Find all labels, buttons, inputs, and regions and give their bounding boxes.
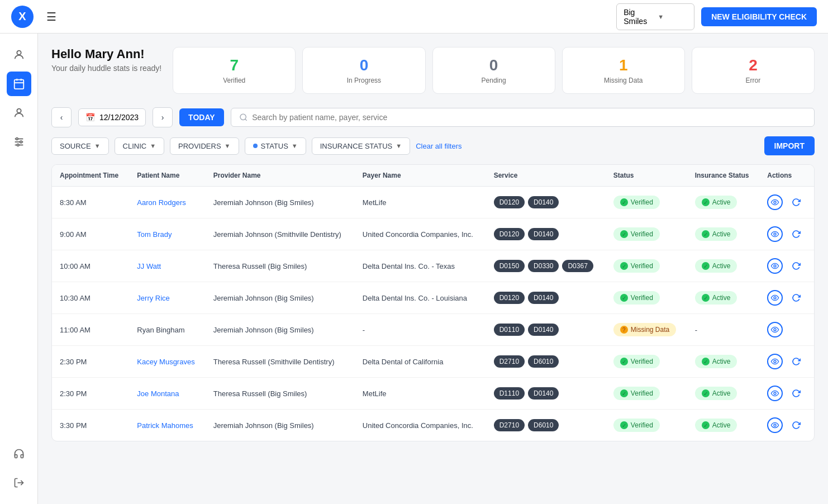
prev-date-button[interactable]: ‹: [51, 107, 72, 127]
verified-dot: ✓: [620, 358, 628, 365]
status-dot-indicator: [253, 144, 258, 148]
service-badge: D0140: [528, 387, 559, 400]
search-icon: [239, 113, 248, 122]
provider-name: Theresa Russell (Smithville Dentistry): [206, 346, 355, 378]
new-eligibility-button[interactable]: NEW ELIGIBILITY CHECK: [701, 7, 817, 26]
date-value: 12/12/2023: [99, 113, 139, 122]
view-icon[interactable]: [767, 417, 783, 433]
view-icon[interactable]: [767, 226, 783, 242]
actions: [759, 410, 814, 441]
insurance-status-badge: ✓ Active: [695, 387, 737, 400]
import-button[interactable]: IMPORT: [764, 136, 815, 155]
service-badge: D2710: [494, 355, 525, 368]
source-label: SOURCE: [60, 142, 91, 150]
patient-name[interactable]: Joe Montana: [129, 378, 205, 410]
next-date-button[interactable]: ›: [153, 107, 173, 127]
svg-point-11: [17, 144, 19, 146]
services: D0150D0330D0367: [486, 250, 606, 282]
patient-name-link[interactable]: Patrick Mahomes: [137, 421, 193, 430]
app-logo[interactable]: X: [11, 6, 34, 28]
patient-name-link[interactable]: Kacey Musgraves: [137, 358, 194, 366]
clear-filters-link[interactable]: Clear all filters: [416, 142, 461, 150]
appointment-time: 11:00 AM: [52, 314, 129, 346]
missing-dot: ?: [620, 326, 628, 334]
status-badge: ✓ Verified: [613, 227, 660, 241]
patient-name[interactable]: JJ Watt: [129, 250, 205, 282]
patient-name-link[interactable]: JJ Watt: [137, 262, 161, 270]
patient-name[interactable]: Aaron Rodgers: [129, 187, 205, 218]
patient-name[interactable]: Patrick Mahomes: [129, 410, 205, 441]
refresh-icon[interactable]: [788, 290, 804, 306]
refresh-icon[interactable]: [788, 226, 804, 242]
insurance-status: ✓ Active: [687, 410, 760, 441]
patient-name[interactable]: Jerry Rice: [129, 282, 205, 314]
payer-name: Delta Dental Ins. Co. - Texas: [355, 250, 486, 282]
view-icon[interactable]: [767, 354, 783, 369]
sidebar-item-support[interactable]: [7, 441, 31, 466]
service-badge: D0120: [494, 292, 525, 304]
provider-name: Jeremiah Johnson (Smithville Dentistry): [206, 218, 355, 250]
refresh-icon[interactable]: [788, 386, 804, 401]
hamburger-menu[interactable]: ☰: [42, 8, 60, 26]
status-badge: ✓ Verified: [613, 387, 660, 400]
view-icon[interactable]: [767, 322, 783, 337]
service-badge: D0140: [528, 196, 559, 208]
status: ✓ Verified: [606, 250, 687, 282]
svg-line-14: [245, 119, 246, 121]
calendar-icon: 📅: [85, 113, 95, 122]
actions: [759, 218, 814, 250]
verified-dot: ✓: [620, 389, 628, 397]
source-filter[interactable]: SOURCE ▼: [51, 137, 109, 155]
insurance-status-filter[interactable]: INSURANCE STATUS ▼: [312, 137, 410, 155]
insurance-status: ✓ Active: [687, 218, 760, 250]
table-row: 8:30 AMAaron RodgersJeremiah Johnson (Bi…: [52, 187, 814, 218]
refresh-icon[interactable]: [788, 258, 804, 274]
table-row: 2:30 PMKacey MusgravesTheresa Russell (S…: [52, 346, 814, 378]
actions: [759, 282, 814, 314]
sidebar-item-logout[interactable]: [7, 470, 31, 495]
refresh-icon[interactable]: [788, 417, 804, 433]
active-dot: ✓: [702, 421, 710, 429]
sidebar-item-person[interactable]: [7, 101, 31, 125]
stat-card-pending: 0 Pending: [432, 47, 555, 94]
patient-name[interactable]: Tom Brady: [129, 218, 205, 250]
table-header: Service: [486, 165, 606, 187]
stat-card-missing-data: 1 Missing Data: [562, 47, 685, 94]
patient-name-link[interactable]: Aaron Rodgers: [137, 198, 185, 207]
providers-filter[interactable]: PROVIDERS ▼: [170, 137, 239, 155]
header-row: Hello Mary Ann! Your daily huddle stats …: [51, 47, 815, 94]
sidebar-item-user[interactable]: [7, 42, 31, 67]
svg-point-5: [17, 109, 21, 113]
status-filter[interactable]: STATUS ▼: [245, 137, 306, 155]
view-icon[interactable]: [767, 290, 783, 306]
svg-point-21: [774, 392, 776, 394]
active-dot: ✓: [702, 262, 710, 270]
status-badge: ✓ Verified: [613, 291, 660, 305]
sidebar-item-calendar[interactable]: [7, 72, 31, 96]
filters-row: SOURCE ▼ CLINIC ▼ PROVIDERS ▼ STATUS ▼ I…: [51, 136, 815, 155]
date-picker[interactable]: 📅 12/12/2023: [78, 108, 146, 126]
status-chevron: ▼: [292, 142, 298, 149]
refresh-icon[interactable]: [788, 194, 804, 210]
actions: [759, 378, 814, 410]
today-button[interactable]: TODAY: [179, 108, 223, 126]
provider-name: Jeremiah Johnson (Big Smiles): [206, 314, 355, 346]
patient-name-link[interactable]: Jerry Rice: [137, 294, 170, 302]
table: Appointment TimePatient NameProvider Nam…: [52, 165, 814, 441]
sidebar-item-settings[interactable]: [7, 130, 31, 154]
view-icon[interactable]: [767, 194, 783, 210]
patient-name[interactable]: Kacey Musgraves: [129, 346, 205, 378]
patient-name-link[interactable]: Tom Brady: [137, 230, 172, 239]
refresh-icon[interactable]: [788, 354, 804, 369]
patient-name-link[interactable]: Joe Montana: [137, 389, 179, 398]
view-icon[interactable]: [767, 258, 783, 274]
view-icon[interactable]: [767, 386, 783, 401]
stat-card-in-progress: 0 In Progress: [302, 47, 425, 94]
search-input[interactable]: [252, 113, 806, 122]
service-badge: D0140: [528, 324, 559, 336]
actions: [759, 250, 814, 282]
payer-name: Delta Dental Ins. Co. - Louisiana: [355, 282, 486, 314]
clinic-selector[interactable]: Big Smiles ▼: [616, 3, 694, 30]
sidebar: [0, 34, 38, 504]
clinic-filter[interactable]: CLINIC ▼: [115, 137, 165, 155]
